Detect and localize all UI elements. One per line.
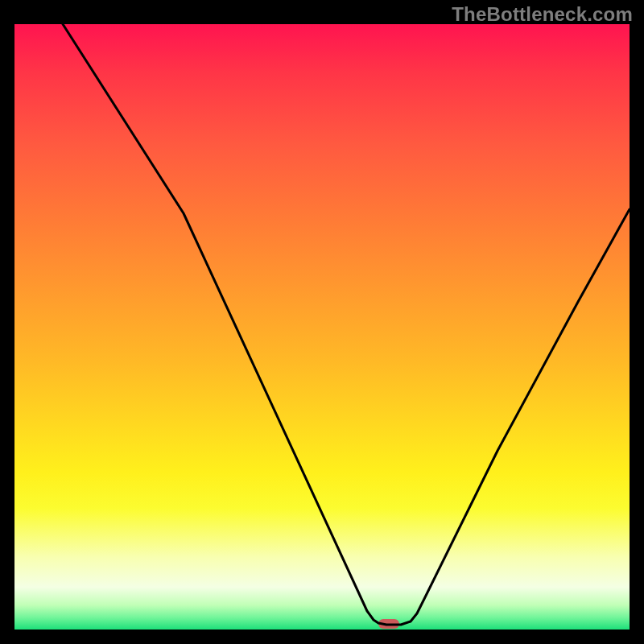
- plot-area: [14, 24, 630, 630]
- bottleneck-curve: [14, 24, 630, 630]
- chart-frame: TheBottleneck.com: [0, 0, 644, 644]
- watermark-text: TheBottleneck.com: [452, 3, 633, 26]
